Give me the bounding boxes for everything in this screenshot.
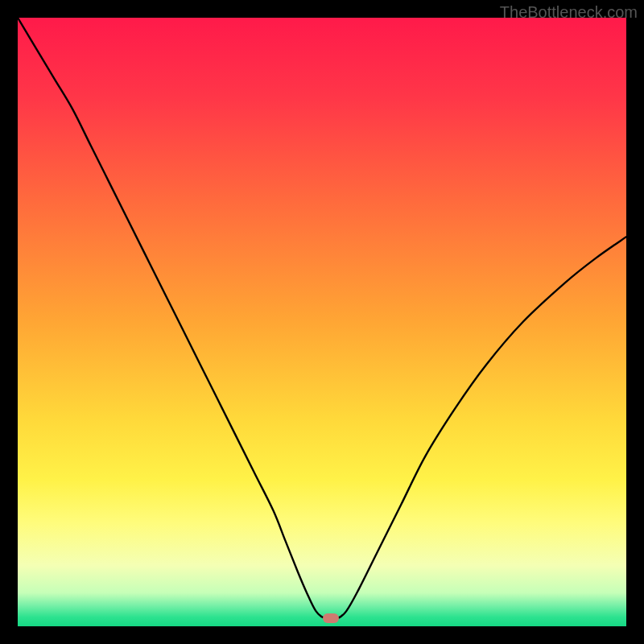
watermark-text: TheBottleneck.com (500, 3, 638, 22)
chart-background (18, 18, 626, 626)
chart-plot-area (18, 18, 626, 626)
optimal-marker (323, 613, 339, 623)
chart-svg (18, 18, 626, 626)
